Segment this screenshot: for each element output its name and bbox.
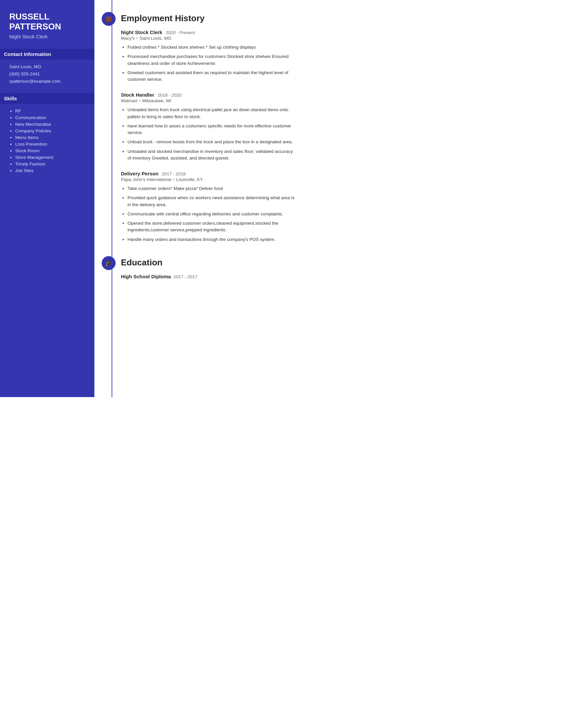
job-bullet: Communicate with central office regardin… (127, 211, 295, 217)
edu-dates: 2017 - 2017 (173, 274, 197, 279)
skill-item: New Merchandise (15, 122, 86, 127)
skill-item: Menu Items (15, 135, 86, 140)
candidate-title: Night Stock Clerk (9, 34, 86, 39)
job-bullet: Unload truck - remove boxes from the tru… (127, 139, 295, 145)
job-entry: Stock Handler2018 - 2020Walmart•Milwauke… (121, 92, 295, 161)
contact-phone: (300) 555-2441 (9, 71, 86, 76)
job-bullet: Folded clothes * Stocked store shelves *… (127, 44, 295, 51)
sidebar: RUSSELL PATTERSON Night Stock Clerk Cont… (0, 0, 94, 397)
job-bullet: Greeted customers and assisted them as r… (127, 69, 295, 83)
degree-title: High School Diploma (121, 274, 171, 279)
skill-item: RF (15, 109, 86, 114)
job-bullet: Take customer orders* Make pizza* Delive… (127, 185, 295, 192)
skill-item: Company Policies (15, 128, 86, 133)
job-title: Stock Handler (121, 92, 154, 98)
job-title: Delivery Person (121, 171, 158, 176)
job-title: Night Stock Clerk (121, 29, 162, 35)
job-dates: 2018 - 2020 (158, 93, 181, 98)
skill-item: Timely Fashion (15, 161, 86, 166)
skill-item: Loss Prevention (15, 142, 86, 147)
employment-icon: 💼 (102, 12, 116, 26)
employment-section-title: Employment History (121, 12, 295, 23)
job-bullet: Handle many orders and transactions thro… (127, 236, 295, 243)
skills-section-header: Skills (0, 93, 94, 104)
education-section-title: Education (121, 256, 295, 268)
job-company: Papa John's International•Louisville, KY (121, 177, 295, 182)
skill-item: Store Management (15, 155, 86, 160)
job-bullet: Provided quick guidance when co workers … (127, 195, 295, 208)
contact-email: rpatterson@example.com (9, 79, 86, 84)
skills-block: RFCommunicationNew MerchandiseCompany Po… (9, 109, 86, 173)
job-dates: 2017 - 2018 (162, 171, 185, 176)
job-dates: 2020 - Present (165, 30, 195, 35)
job-bullet: have learned how to asses a costumers sp… (127, 123, 295, 136)
job-bullet: Unloaded and stocked merchandise in inve… (127, 148, 295, 162)
job-company: Walmart•Milwaukee, WI (121, 98, 295, 103)
job-entry: Night Stock Clerk2020 - PresentMacy's•Sa… (121, 29, 295, 83)
contact-location: Saint Louis, MO (9, 64, 86, 69)
main-content: 💼 Employment History Night Stock Clerk20… (94, 0, 308, 397)
skill-item: Communication (15, 115, 86, 120)
contact-block: Saint Louis, MO (300) 555-2441 rpatterso… (9, 64, 86, 84)
job-company: Macy's•Saint Louis, MO (121, 36, 295, 41)
education-section: 🎓 Education High School Diploma2017 - 20… (94, 256, 295, 280)
job-bullet: Unloaded items from truck using electric… (127, 107, 295, 120)
job-bullet: Opened the store,delivered customer orde… (127, 220, 295, 234)
education-icon: 🎓 (102, 256, 116, 270)
job-entry: Delivery Person2017 - 2018Papa John's In… (121, 171, 295, 243)
contact-section-header: Contact Information (0, 49, 94, 60)
job-bullet: Processed merchandise purchases for cust… (127, 53, 295, 67)
education-entry: High School Diploma2017 - 2017 (121, 274, 295, 280)
employment-section: 💼 Employment History Night Stock Clerk20… (94, 12, 295, 243)
candidate-name: RUSSELL PATTERSON (9, 12, 86, 32)
skill-item: Job Sites (15, 168, 86, 173)
skill-item: Stock Room (15, 148, 86, 153)
